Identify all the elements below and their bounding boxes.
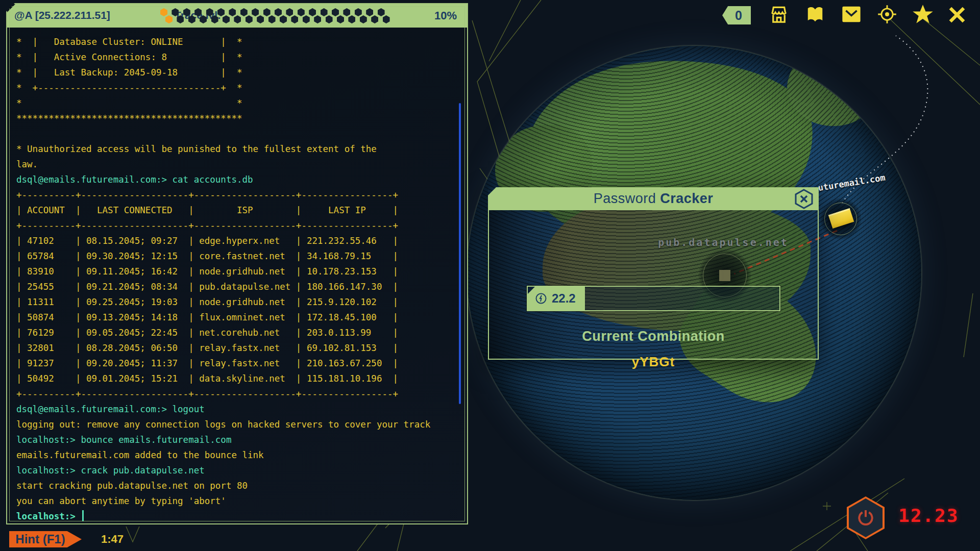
terminal-line: | 32801 | 08.28.2045; 06:50 | relay.fast… <box>16 340 453 356</box>
terminal-prompt-line[interactable]: localhost:> <box>16 509 453 524</box>
trace-countdown: 12.23 <box>898 505 959 526</box>
password-cracker-dialog: Password Cracker 22.2 Current Combinatio… <box>488 187 819 360</box>
crack-progress-bar: 22.2 <box>527 286 780 311</box>
badge-count: 0 <box>735 8 742 23</box>
hint-timer: 1:47 <box>101 533 124 546</box>
terminal-line: | ACCOUNT | LAST CONNECTED | ISP | LAST … <box>16 203 453 218</box>
power-bolt-icon <box>535 292 547 305</box>
trace-hex-dot <box>217 8 225 16</box>
terminal-title-bar: @A [25.222.211.51] Trace lvl: 10% <box>7 4 467 28</box>
trace-hex-dot <box>183 8 190 16</box>
target-icon <box>877 4 897 24</box>
trace-hex-column <box>263 8 276 24</box>
trace-hex-column <box>160 8 173 24</box>
trace-hex-dot <box>286 8 293 16</box>
favorites-button[interactable] <box>912 3 934 28</box>
terminal-scrollbar[interactable] <box>459 103 461 404</box>
terminal-line: | 25455 | 09.21.2045; 08:34 | pub.datapu… <box>16 279 453 294</box>
log-book-button[interactable] <box>805 5 825 26</box>
trace-hex-dot <box>263 8 271 16</box>
trace-hex-column <box>332 8 344 24</box>
terminal-line: * | Last Backup: 2045-09-18 | * <box>16 65 453 80</box>
trace-hex-dot <box>252 8 259 16</box>
trace-hex-column <box>217 8 230 24</box>
terminal-line: * +----------------------------------+ * <box>16 80 453 95</box>
source-server-node[interactable] <box>820 198 862 240</box>
terminal-line: | 11311 | 09.25.2045; 19:03 | node.gridh… <box>16 294 453 310</box>
trace-hex-dot <box>383 15 390 23</box>
terminal-line <box>16 126 453 141</box>
dialog-close-button[interactable] <box>794 189 814 209</box>
power-button-face <box>849 498 883 537</box>
mail-button[interactable] <box>841 5 862 26</box>
terminal-host-title: @A [25.222.211.51] <box>14 9 110 21</box>
combination-label: Current Combination <box>489 329 818 344</box>
dialog-body: 22.2 Current Combination yYBGt <box>488 210 819 360</box>
terminal-line: localhost:> crack pub.datapulse.net <box>16 463 453 478</box>
terminal-line: | 50874 | 09.13.2045; 14:18 | flux.omnin… <box>16 310 453 325</box>
mail-icon <box>841 5 862 23</box>
terminal-line: | 65784 | 09.30.2045; 12:15 | core.fastn… <box>16 248 453 264</box>
terminal-line: | 91237 | 09.20.2045; 11:37 | relay.fast… <box>16 356 453 371</box>
trace-hex-column <box>183 8 195 24</box>
trace-hex-column <box>343 8 355 24</box>
trace-hex-column <box>172 8 184 24</box>
terminal-line: law. <box>16 157 453 172</box>
crack-progress-value: 22.2 <box>552 291 576 306</box>
book-icon <box>805 5 825 24</box>
trace-hex-column <box>355 8 367 24</box>
trace-hex-dot <box>321 8 328 16</box>
trace-hex-dot <box>309 8 316 16</box>
close-x-icon <box>801 196 807 202</box>
terminal-line: emails.futuremail.com added to the bounc… <box>16 447 453 463</box>
terminal-line: * | Database Cluster: ONLINE | * <box>16 34 453 49</box>
dialog-title-bar[interactable]: Password Cracker <box>488 187 819 210</box>
shop-icon <box>769 4 789 24</box>
trace-hex-column <box>286 8 298 24</box>
trace-hex-dot <box>160 8 167 16</box>
power-icon <box>855 508 876 528</box>
trace-hex-dot <box>172 8 179 16</box>
terminal-line: +----------+--------------------+-------… <box>16 218 453 233</box>
trace-hex-column <box>378 8 390 24</box>
trace-level-meter <box>160 8 400 24</box>
terminal-cursor <box>82 510 84 521</box>
terminal-line: logging out: remove any connection logs … <box>16 417 453 432</box>
trace-hex-dot <box>378 8 385 16</box>
terminal-screen[interactable]: * | Database Cluster: ONLINE | ** | Acti… <box>16 34 453 521</box>
trace-hex-dot <box>194 8 202 16</box>
star-icon <box>912 3 934 26</box>
terminal-line: | 50492 | 09.01.2045; 15:21 | data.skyli… <box>16 371 453 386</box>
hint-button-label: Hint (F1) <box>15 532 65 546</box>
terminal-line: start cracking pub.datapulse.net on port… <box>16 478 453 493</box>
terminal-line: dsql@emails.futuremail.com:> logout <box>16 402 453 417</box>
hint-button[interactable]: Hint (F1) <box>9 531 82 547</box>
terminal-line: | 76129 | 09.05.2045; 22:45 | net.corehu… <box>16 325 453 340</box>
terminal-line: dsql@emails.futuremail.com:> cat account… <box>16 172 453 187</box>
notification-badge[interactable]: 0 <box>722 6 751 24</box>
terminal-line: * | Active Connections: 8 | * <box>16 49 453 65</box>
trace-hex-column <box>275 8 287 24</box>
trace-hex-dot <box>275 8 282 16</box>
combination-value: yYBGt <box>489 354 818 370</box>
trace-hex-dot <box>229 8 236 16</box>
scan-target-button[interactable] <box>877 4 897 27</box>
trace-hex-column <box>298 8 310 24</box>
trace-hex-dot <box>332 8 339 16</box>
shop-button[interactable] <box>769 4 789 27</box>
terminal-line: | 47102 | 08.15.2045; 09:27 | edge.hyper… <box>16 233 453 248</box>
close-icon <box>947 5 967 24</box>
trace-hex-dot <box>298 8 305 16</box>
terminal-line: you can abort anytime by typing 'abort' <box>16 493 453 509</box>
trace-hex-column <box>240 8 253 24</box>
crack-progress-fill: 22.2 <box>528 287 585 310</box>
trace-hex-dot <box>343 8 350 16</box>
trace-hex-column <box>309 8 321 24</box>
terminal-window[interactable]: @A [25.222.211.51] Trace lvl: 10% * | Da… <box>6 3 468 524</box>
exit-button[interactable] <box>947 5 967 27</box>
trace-hex-dot <box>206 8 213 16</box>
trace-hex-dot <box>355 8 362 16</box>
trace-level-percent: 10% <box>434 9 457 22</box>
terminal-line: * * <box>16 95 453 111</box>
terminal-line: ****************************************… <box>16 111 453 126</box>
